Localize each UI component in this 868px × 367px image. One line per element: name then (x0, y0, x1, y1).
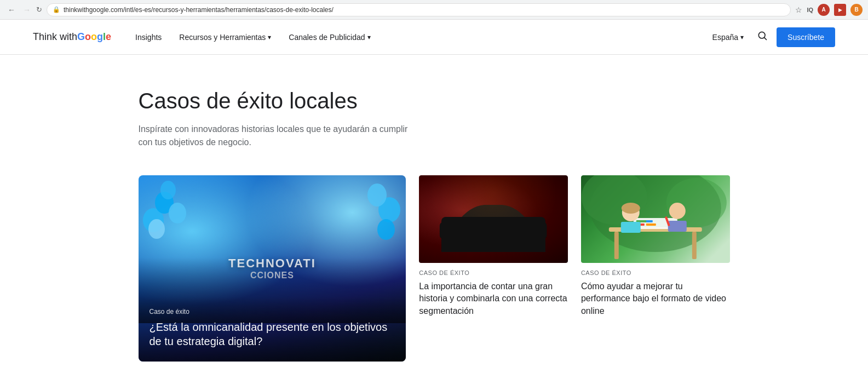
svg-rect-20 (646, 223, 656, 226)
g-blue2: g (97, 31, 103, 42)
forward-button[interactable]: → (21, 4, 33, 15)
kids-svg (581, 175, 730, 263)
profile-avatar-1[interactable]: A (818, 4, 830, 16)
svg-point-6 (518, 231, 534, 245)
featured-card-title: ¿Está la omnicanalidad presente en los o… (150, 320, 395, 348)
logo-google-text: Google (77, 31, 111, 43)
card-small-2[interactable]: Caso de éxito Cómo ayudar a mejorar tu p… (581, 175, 730, 317)
card-small-1[interactable]: Caso de éxito La importancia de contar u… (419, 175, 568, 317)
language-chevron-icon: ▾ (740, 33, 744, 41)
browser-chrome: ← → ↻ 🔒 thinkwithgoogle.com/intl/es-es/r… (0, 0, 868, 20)
g-yellow: o (91, 31, 97, 42)
profile-avatar-2[interactable]: B (850, 4, 863, 16)
site-header: Think with Google Insights Recursos y He… (0, 20, 868, 55)
header-right: España ▾ Suscríbete (708, 27, 835, 47)
nav-links: Insights Recursos y Herramientas ▾ Canal… (129, 31, 708, 44)
g-blue: G (77, 31, 85, 42)
card-small-2-tag: Caso de éxito (581, 269, 730, 276)
svg-point-2 (440, 232, 547, 242)
language-label: España (712, 33, 738, 42)
car-svg (434, 193, 553, 245)
svg-rect-9 (532, 225, 544, 229)
svg-rect-3 (440, 222, 547, 238)
nav-canales-label: Canales de Publicidad (289, 33, 365, 42)
address-bar[interactable]: 🔒 thinkwithgoogle.com/intl/es-es/recurso… (47, 3, 791, 16)
featured-card-tag: Caso de éxito (150, 308, 395, 316)
language-selector[interactable]: España ▾ (708, 31, 748, 44)
svg-point-0 (758, 32, 765, 38)
svg-line-1 (764, 38, 767, 40)
svg-rect-15 (692, 232, 697, 259)
logo-think-text: Think with (33, 31, 77, 43)
nav-recursos-label: Recursos y Herramientas (179, 33, 266, 42)
back-button[interactable]: ← (5, 4, 18, 15)
browser-nav-buttons[interactable]: ← → ↻ (5, 4, 42, 15)
svg-point-22 (622, 203, 640, 214)
balloon (169, 203, 186, 223)
recursos-chevron-icon: ▾ (268, 33, 271, 41)
nav-recursos[interactable]: Recursos y Herramientas ▾ (173, 31, 278, 44)
nav-insights[interactable]: Insights (129, 31, 168, 44)
canales-chevron-icon: ▾ (367, 33, 371, 41)
featured-card-image: TECHNOVATI CCIONES Caso de éxito ¿Está l… (139, 175, 406, 362)
card-small-1-image (419, 175, 568, 263)
svg-rect-8 (443, 225, 455, 229)
main-content: Casos de éxito locales Inspírate con inn… (106, 55, 763, 367)
card-small-1-tag: Caso de éxito (419, 269, 568, 276)
svg-rect-19 (646, 220, 653, 222)
svg-point-5 (457, 234, 465, 243)
balloon (160, 181, 176, 199)
search-icon (757, 30, 768, 41)
url-text: thinkwithgoogle.com/intl/es-es/recursos-… (64, 6, 334, 14)
svg-rect-24 (668, 221, 687, 232)
nav-canales[interactable]: Canales de Publicidad ▾ (282, 31, 377, 44)
svg-point-23 (669, 203, 686, 219)
svg-rect-25 (621, 222, 641, 233)
card-overlay: Caso de éxito ¿Está la omnicanalidad pre… (139, 297, 406, 362)
iq-icon[interactable]: IQ (807, 7, 813, 13)
card-small-2-image (581, 175, 730, 263)
logo-link[interactable]: Think with Google (33, 31, 111, 43)
card-small-1-title: La importancia de contar una gran histor… (419, 280, 568, 317)
bookmark-star-icon[interactable]: ☆ (795, 5, 802, 14)
lock-icon: 🔒 (53, 6, 60, 13)
card-small-2-title: Cómo ayudar a mejorar tu performance baj… (581, 280, 730, 317)
cards-grid: TECHNOVATI CCIONES Caso de éxito ¿Está l… (139, 175, 730, 362)
refresh-button[interactable]: ↻ (36, 5, 42, 14)
browser-actions: ☆ IQ A ▶ B (795, 4, 863, 16)
g-red: o (85, 31, 91, 42)
g-red2: e (106, 31, 111, 42)
search-button[interactable] (755, 28, 770, 46)
balloon (148, 219, 165, 239)
subscribe-button[interactable]: Suscríbete (777, 27, 835, 47)
svg-point-7 (522, 234, 530, 243)
svg-point-4 (452, 231, 469, 245)
page-subtitle: Inspírate con innovadoras historias loca… (139, 123, 412, 149)
page-title: Casos de éxito locales (139, 88, 730, 114)
extension-icon-1[interactable]: ▶ (834, 4, 846, 16)
svg-rect-14 (614, 232, 619, 259)
card-featured[interactable]: TECHNOVATI CCIONES Caso de éxito ¿Está l… (139, 175, 406, 362)
